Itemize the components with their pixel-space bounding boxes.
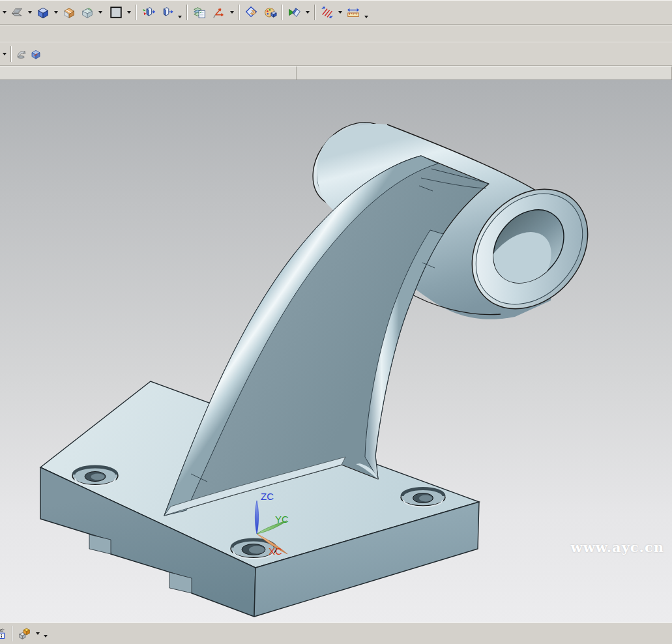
show-hide-cube-icon: [30, 48, 42, 60]
blank-view-button[interactable]: [107, 3, 125, 22]
work-layer-more-dropdown[interactable]: [44, 635, 48, 637]
docked-toolbar-right[interactable]: [297, 66, 672, 80]
measure-distance-dropdown[interactable]: [364, 16, 368, 18]
export-view-button[interactable]: [158, 3, 176, 22]
toolbar-spacer: [0, 25, 672, 42]
selection-info-button[interactable]: [0, 626, 9, 641]
rotate-display-icon: [16, 48, 27, 60]
work-layer-button[interactable]: [16, 624, 34, 643]
export-displayed-part-button[interactable]: [139, 3, 158, 22]
move-object-icon: [244, 5, 259, 20]
wireframe-view-button[interactable]: [78, 3, 96, 22]
wireframe-view-dropdown[interactable]: [98, 11, 102, 14]
wcs-display-button[interactable]: [210, 3, 228, 22]
curved-rib[interactable]: [164, 156, 489, 516]
shaded-view-button[interactable]: [34, 3, 52, 22]
docked-toolbar-row: [0, 66, 672, 80]
secondary-toolbar: [0, 42, 672, 66]
edit-display-icon: [263, 5, 277, 20]
translucent-cube-icon: [80, 5, 95, 20]
cad-window: ZC YC XC www.ayc.cn: [0, 0, 672, 644]
work-layer-dropdown[interactable]: [36, 632, 40, 635]
cross-section-button[interactable]: [318, 3, 336, 22]
section-view-button[interactable]: [60, 3, 78, 22]
counterbore-hole-right[interactable]: [401, 489, 445, 507]
layer-settings-icon: [192, 5, 207, 20]
display-mode-dropdown[interactable]: [28, 11, 32, 14]
cross-section-icon: [320, 5, 334, 20]
shaded-view-dropdown[interactable]: [54, 11, 58, 14]
docked-toolbar-left[interactable]: [0, 66, 297, 80]
measure-distance-button[interactable]: [344, 3, 362, 22]
toolbar-options-dropdown-icon[interactable]: [3, 53, 7, 55]
display-mode-button[interactable]: [8, 3, 26, 22]
replay-button[interactable]: [285, 3, 304, 22]
replay-dropdown[interactable]: [306, 11, 310, 14]
rotate-display-button[interactable]: [14, 47, 29, 61]
watermark: www.ayc.cn: [571, 539, 664, 555]
cross-section-dropdown[interactable]: [338, 11, 342, 14]
wcs-display-dropdown[interactable]: [230, 11, 234, 14]
move-object-button[interactable]: [242, 3, 261, 22]
export-view-icon: [160, 5, 174, 20]
bottom-toolbar: [0, 622, 672, 644]
blank-view-icon: [109, 5, 123, 20]
wcs-icon: [212, 5, 226, 20]
main-toolbar: [0, 0, 672, 25]
shaded-cube-icon: [36, 5, 50, 20]
section-cube-icon: [62, 5, 76, 20]
show-hide-button[interactable]: [29, 47, 43, 61]
display-mode-icon: [10, 5, 24, 20]
toolbar-options-dropdown-icon[interactable]: [3, 11, 7, 14]
xc-label: XC: [269, 546, 282, 557]
zc-label: ZC: [261, 491, 274, 502]
blank-view-dropdown[interactable]: [127, 11, 131, 14]
counterbore-hole-back-left[interactable]: [72, 467, 118, 486]
yc-label: YC: [275, 514, 289, 525]
edit-object-display-button[interactable]: [261, 3, 279, 22]
layer-settings-button[interactable]: [190, 3, 209, 22]
export-view-dropdown[interactable]: [178, 16, 182, 18]
work-layer-cube-icon: [18, 626, 32, 641]
selection-info-icon: [0, 628, 9, 639]
replay-icon: [287, 5, 302, 20]
export-part-icon: [141, 5, 156, 20]
measure-icon: [346, 5, 360, 20]
